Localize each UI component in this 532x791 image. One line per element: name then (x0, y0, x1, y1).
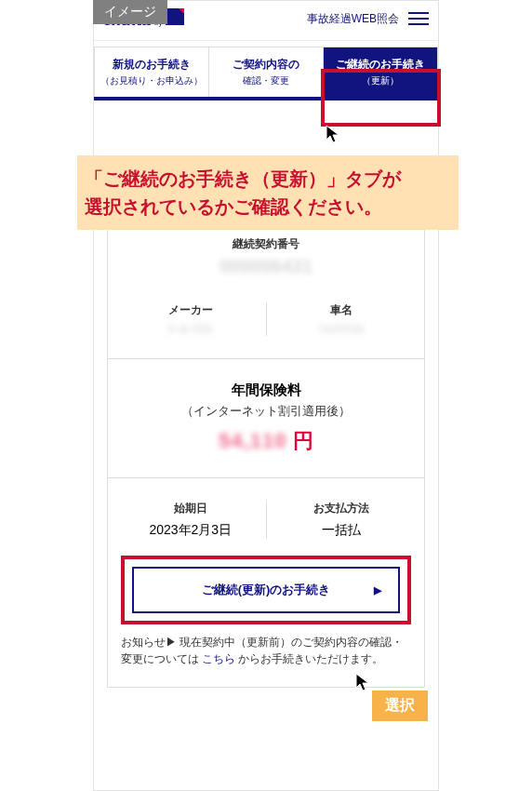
contract-number-value: 000006431 (121, 256, 411, 277)
contract-card: 継続契約番号 000006431 メーカー ﾒｰｶｰﾃｽﾄ 車名 ｼｬﾒｲﾃｽﾄ… (107, 217, 425, 688)
cta-label: ご継続(更新)のお手続き (202, 582, 331, 598)
axa-logo-icon (166, 8, 184, 25)
premium-unit: 円 (287, 429, 313, 452)
tab-label: 新規のお手続き (113, 58, 191, 71)
model-value: ｼｬﾒｲﾃｽﾄ (273, 322, 412, 336)
divider (108, 477, 424, 478)
tab-sublabel: （お見積り・お申込み） (99, 74, 205, 87)
start-date-value: 2023年2月3日 (121, 522, 260, 539)
tab-label: ご継続のお手続き (336, 58, 425, 71)
tab-confirm[interactable]: ご契約内容の 確認・変更 (209, 47, 324, 97)
notice-link[interactable]: こちら (202, 653, 235, 664)
notice-text: お知らせ▶ 現在契約中（更新前）のご契約内容の確認・変更については こちら から… (121, 634, 411, 668)
tab-label: ご契約内容の (233, 58, 299, 71)
tab-sublabel: 確認・変更 (213, 74, 319, 87)
payment-label: お支払方法 (273, 501, 412, 516)
premium-subtitle: （インターネット割引適用後） (121, 403, 411, 420)
app-frame: emma by 事故経過WEB照会 新規のお手続き （お見積り・お申込み） ご契… (93, 0, 439, 791)
model-label: 車名 (273, 302, 412, 318)
premium-title: 年間保険料 (121, 382, 411, 399)
premium-number: 54,110 (219, 429, 286, 452)
payment-value: 一括払 (273, 522, 412, 539)
renewal-cta-button[interactable]: ご継続(更新)のお手続き ▶ (132, 567, 400, 613)
select-tag: 選択 (372, 690, 428, 721)
cursor-icon (355, 673, 370, 693)
tab-renewal[interactable]: ご継続のお手続き （更新） (324, 47, 438, 97)
cursor-icon (326, 125, 340, 145)
contract-number-label: 継続契約番号 (121, 236, 411, 252)
divider (266, 302, 267, 336)
premium-amount: 54,110 円 (121, 427, 411, 455)
cta-highlight-box: ご継続(更新)のお手続き ▶ (121, 556, 411, 624)
chevron-right-icon: ▶ (374, 584, 381, 597)
tab-sublabel: （更新） (327, 74, 433, 87)
sample-badge: イメージ (93, 0, 167, 24)
web-inquiry-link[interactable]: 事故経過WEB照会 (307, 11, 399, 27)
callout-line1: 「ご継続のお手続き（更新）」タブが (85, 165, 451, 193)
tab-new[interactable]: 新規のお手続き （お見積り・お申込み） (94, 47, 209, 97)
maker-label: メーカー (121, 302, 260, 318)
start-date-label: 始期日 (121, 501, 260, 516)
notice-suffix: からお手続きいただけます。 (235, 653, 383, 664)
divider (108, 358, 424, 359)
maker-value: ﾒｰｶｰﾃｽﾄ (121, 322, 260, 336)
tabs: 新規のお手続き （お見積り・お申込み） ご契約内容の 確認・変更 ご継続のお手続… (94, 47, 438, 101)
callout-line2: 選択されているかご確認ください。 (85, 193, 451, 221)
divider (266, 501, 267, 539)
instruction-callout: 「ご継続のお手続き（更新）」タブが 選択されているかご確認ください。 (77, 155, 459, 230)
menu-icon[interactable] (408, 12, 429, 25)
